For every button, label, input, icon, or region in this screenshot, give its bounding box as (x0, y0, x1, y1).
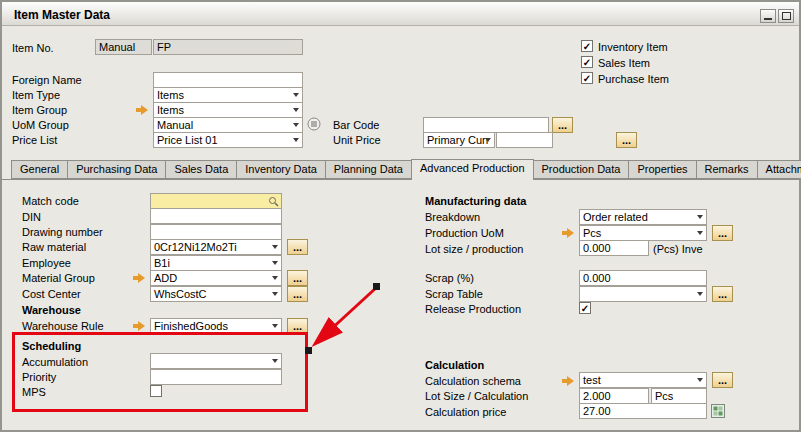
production-uom-browse-button[interactable]: ... (712, 225, 733, 241)
tab-general[interactable]: General (11, 160, 68, 179)
lot-size-production-field[interactable]: 0.000 (579, 240, 649, 256)
dropdown-arrow-icon (272, 245, 278, 249)
dropdown-arrow-icon (272, 276, 278, 280)
item-no-field[interactable]: FP (153, 39, 303, 55)
foreign-name-field[interactable] (153, 72, 303, 88)
scrap-table-dropdown[interactable] (579, 286, 707, 302)
dropdown-arrow-icon (272, 292, 278, 296)
tab-properties[interactable]: Properties (628, 160, 696, 179)
release-production-checkbox[interactable]: ✓ (579, 302, 591, 314)
employee-value: B1i (154, 257, 170, 269)
calculator-icon[interactable] (711, 404, 725, 418)
breakdown-label: Breakdown (425, 211, 480, 224)
uom-group-dropdown[interactable]: Manual (153, 117, 303, 133)
uom-group-value: Manual (157, 119, 193, 131)
scrap-table-browse-button[interactable]: ... (712, 286, 733, 302)
employee-dropdown[interactable]: B1i (150, 255, 282, 271)
match-code-field[interactable] (150, 193, 282, 209)
dropdown-arrow-icon (697, 215, 703, 219)
link-arrow-icon[interactable] (133, 321, 146, 331)
scheduling-section-header: Scheduling (22, 340, 81, 353)
unit-price-field[interactable] (496, 132, 553, 148)
raw-material-dropdown[interactable]: 0Cr12Ni12Mo2Ti (150, 239, 282, 255)
warehouse-section-header: Warehouse (22, 304, 81, 317)
minimize-button[interactable] (760, 9, 776, 23)
calculation-schema-browse-button[interactable]: ... (712, 372, 733, 388)
raw-material-label: Raw material (22, 241, 86, 254)
calculation-price-label: Calculation price (425, 406, 506, 419)
mps-label: MPS (22, 386, 46, 399)
purchase-item-checkbox[interactable]: ✓ (581, 72, 593, 84)
maximize-button[interactable] (778, 9, 794, 23)
price-list-label: Price List (12, 134, 57, 147)
tab-strip-divider (2, 179, 799, 180)
warehouse-rule-browse-button[interactable]: ... (287, 318, 308, 334)
breakdown-dropdown[interactable]: Order related (579, 209, 707, 225)
item-type-value: Items (157, 89, 184, 101)
item-no-mode-field[interactable]: Manual (95, 39, 152, 55)
dropdown-arrow-icon (272, 359, 278, 363)
unit-price-currency-value: Primary Curr (427, 134, 489, 146)
title-bar[interactable]: Item Master Data (2, 2, 799, 26)
tab-attachment[interactable]: Attachment (757, 160, 801, 179)
accumulation-label: Accumulation (22, 356, 88, 369)
dropdown-arrow-icon (697, 292, 703, 296)
tab-remarks[interactable]: Remarks (696, 160, 758, 179)
link-arrow-icon[interactable] (562, 376, 575, 386)
scrap-percent-field[interactable]: 0.000 (579, 270, 707, 286)
warehouse-rule-dropdown[interactable]: FinishedGoods (150, 318, 282, 334)
tab-inventory-data[interactable]: Inventory Data (236, 160, 326, 179)
production-uom-value: Pcs (583, 227, 601, 239)
din-field[interactable] (150, 208, 282, 224)
calculation-schema-dropdown[interactable]: test (579, 372, 707, 388)
price-list-dropdown[interactable]: Price List 01 (153, 132, 303, 148)
release-production-label: Release Production (425, 303, 521, 316)
purchase-item-label: Purchase Item (598, 73, 669, 86)
unit-price-currency-dropdown[interactable]: Primary Curr (423, 132, 495, 148)
lot-size-production-uom-text: (Pcs) Inve (653, 243, 703, 256)
dropdown-arrow-icon (697, 231, 703, 235)
calculation-schema-value: test (583, 374, 601, 386)
dropdown-arrow-icon (293, 123, 299, 127)
lookup-icon[interactable] (268, 196, 279, 207)
inventory-item-label: Inventory Item (598, 41, 668, 54)
priority-field[interactable] (150, 369, 282, 385)
raw-material-browse-button[interactable]: ... (287, 239, 308, 255)
uom-group-definition-icon[interactable] (307, 117, 321, 131)
tab-production-data[interactable]: Production Data (533, 160, 630, 179)
cost-center-dropdown[interactable]: WhsCostC (150, 286, 282, 302)
inventory-item-checkbox[interactable]: ✓ (581, 40, 593, 52)
bar-code-label: Bar Code (333, 119, 379, 132)
tab-sales-data[interactable]: Sales Data (165, 160, 237, 179)
bar-code-browse-button[interactable]: ... (552, 117, 573, 133)
calculation-price-field[interactable]: 27.00 (579, 403, 707, 419)
dropdown-arrow-icon (293, 108, 299, 112)
item-type-label: Item Type (12, 89, 60, 102)
link-arrow-icon[interactable] (136, 105, 149, 115)
tab-planning-data[interactable]: Planning Data (325, 160, 412, 179)
mps-checkbox[interactable] (150, 385, 162, 397)
lot-size-calculation-uom-field[interactable]: Pcs (651, 388, 707, 404)
tab-advanced-production[interactable]: Advanced Production (411, 159, 534, 180)
sales-item-checkbox[interactable]: ✓ (581, 56, 593, 68)
din-label: DIN (22, 211, 41, 224)
link-arrow-icon[interactable] (562, 228, 575, 238)
lot-size-calculation-field[interactable]: 2.000 (579, 388, 649, 404)
unit-price-browse-button[interactable]: ... (616, 132, 637, 148)
cost-center-browse-button[interactable]: ... (287, 286, 308, 302)
material-group-browse-button[interactable]: ... (287, 270, 308, 286)
price-list-value: Price List 01 (157, 134, 218, 146)
material-group-dropdown[interactable]: ADD (150, 270, 282, 286)
dropdown-arrow-icon (697, 378, 703, 382)
drawing-number-field[interactable] (150, 224, 282, 240)
item-type-dropdown[interactable]: Items (153, 87, 303, 103)
calculation-schema-label: Calculation schema (425, 375, 521, 388)
item-group-dropdown[interactable]: Items (153, 102, 303, 118)
accumulation-dropdown[interactable] (150, 353, 282, 369)
tab-purchasing-data[interactable]: Purchasing Data (67, 160, 166, 179)
drawing-number-label: Drawing number (22, 226, 103, 239)
bar-code-field[interactable] (423, 117, 549, 133)
link-arrow-icon[interactable] (133, 273, 146, 283)
production-uom-dropdown[interactable]: Pcs (579, 225, 707, 241)
calculation-section-header: Calculation (425, 359, 484, 372)
